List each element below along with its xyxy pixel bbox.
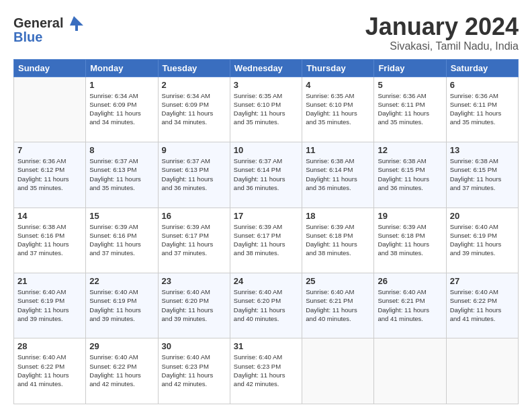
day-info: Sunrise: 6:40 AM Sunset: 6:23 PM Dayligh… (234, 353, 298, 388)
calendar-table: SundayMondayTuesdayWednesdayThursdayFrid… (13, 59, 519, 404)
logo-bird-icon (64, 13, 83, 32)
day-number: 2 (162, 80, 226, 90)
calendar-cell (446, 338, 518, 404)
day-info: Sunrise: 6:39 AM Sunset: 6:16 PM Dayligh… (89, 222, 154, 258)
day-info: Sunrise: 6:35 AM Sunset: 6:10 PM Dayligh… (306, 91, 370, 127)
week-row-4: 21Sunrise: 6:40 AM Sunset: 6:19 PM Dayli… (14, 273, 519, 338)
day-number: 25 (306, 276, 370, 286)
calendar-cell: 13Sunrise: 6:38 AM Sunset: 6:15 PM Dayli… (446, 142, 518, 208)
day-info: Sunrise: 6:40 AM Sunset: 6:19 PM Dayligh… (17, 287, 82, 323)
calendar-cell: 15Sunrise: 6:39 AM Sunset: 6:16 PM Dayli… (86, 208, 158, 273)
day-number: 27 (450, 276, 515, 286)
day-info: Sunrise: 6:40 AM Sunset: 6:21 PM Dayligh… (378, 287, 442, 323)
day-info: Sunrise: 6:34 AM Sunset: 6:09 PM Dayligh… (162, 91, 226, 127)
day-info: Sunrise: 6:39 AM Sunset: 6:18 PM Dayligh… (378, 222, 442, 258)
calendar-cell: 30Sunrise: 6:40 AM Sunset: 6:23 PM Dayli… (158, 338, 230, 404)
weekday-header-friday: Friday (374, 59, 446, 77)
week-row-1: 1Sunrise: 6:34 AM Sunset: 6:09 PM Daylig… (14, 77, 519, 142)
day-number: 24 (234, 276, 298, 286)
weekday-header-saturday: Saturday (446, 59, 518, 77)
weekday-header-row: SundayMondayTuesdayWednesdayThursdayFrid… (14, 59, 519, 77)
day-info: Sunrise: 6:37 AM Sunset: 6:14 PM Dayligh… (234, 156, 298, 192)
calendar-cell (374, 338, 446, 404)
day-info: Sunrise: 6:35 AM Sunset: 6:10 PM Dayligh… (234, 91, 298, 127)
calendar-cell: 4Sunrise: 6:35 AM Sunset: 6:10 PM Daylig… (302, 77, 374, 142)
calendar-cell: 28Sunrise: 6:40 AM Sunset: 6:22 PM Dayli… (14, 338, 86, 404)
calendar-cell: 24Sunrise: 6:40 AM Sunset: 6:20 PM Dayli… (230, 273, 302, 338)
calendar-cell: 19Sunrise: 6:39 AM Sunset: 6:18 PM Dayli… (374, 208, 446, 273)
calendar-cell: 29Sunrise: 6:40 AM Sunset: 6:22 PM Dayli… (86, 338, 158, 404)
calendar-cell: 14Sunrise: 6:38 AM Sunset: 6:16 PM Dayli… (14, 208, 86, 273)
day-info: Sunrise: 6:34 AM Sunset: 6:09 PM Dayligh… (89, 91, 154, 127)
day-number: 19 (378, 211, 442, 221)
calendar-cell: 12Sunrise: 6:38 AM Sunset: 6:15 PM Dayli… (374, 142, 446, 208)
day-info: Sunrise: 6:39 AM Sunset: 6:18 PM Dayligh… (306, 222, 370, 258)
day-info: Sunrise: 6:38 AM Sunset: 6:16 PM Dayligh… (17, 222, 82, 258)
day-info: Sunrise: 6:40 AM Sunset: 6:20 PM Dayligh… (162, 287, 226, 323)
page: General Blue January 2024 Sivakasi, Tami… (0, 0, 532, 411)
day-info: Sunrise: 6:40 AM Sunset: 6:19 PM Dayligh… (450, 222, 515, 258)
calendar-cell (14, 77, 86, 142)
day-number: 10 (234, 145, 298, 155)
day-info: Sunrise: 6:37 AM Sunset: 6:13 PM Dayligh… (89, 156, 154, 192)
day-number: 23 (162, 276, 226, 286)
calendar-cell: 31Sunrise: 6:40 AM Sunset: 6:23 PM Dayli… (230, 338, 302, 404)
day-info: Sunrise: 6:39 AM Sunset: 6:17 PM Dayligh… (234, 222, 298, 258)
day-number: 26 (378, 276, 442, 286)
calendar-cell: 10Sunrise: 6:37 AM Sunset: 6:14 PM Dayli… (230, 142, 302, 208)
day-info: Sunrise: 6:40 AM Sunset: 6:22 PM Dayligh… (450, 287, 515, 323)
calendar-cell: 20Sunrise: 6:40 AM Sunset: 6:19 PM Dayli… (446, 208, 518, 273)
calendar-cell: 23Sunrise: 6:40 AM Sunset: 6:20 PM Dayli… (158, 273, 230, 338)
day-number: 12 (378, 145, 442, 155)
day-info: Sunrise: 6:38 AM Sunset: 6:14 PM Dayligh… (306, 156, 370, 192)
calendar-cell: 5Sunrise: 6:36 AM Sunset: 6:11 PM Daylig… (374, 77, 446, 142)
calendar-subtitle: Sivakasi, Tamil Nadu, India (365, 40, 519, 52)
day-number: 17 (234, 211, 298, 221)
calendar-cell: 3Sunrise: 6:35 AM Sunset: 6:10 PM Daylig… (230, 77, 302, 142)
calendar-cell: 18Sunrise: 6:39 AM Sunset: 6:18 PM Dayli… (302, 208, 374, 273)
day-number: 30 (162, 341, 226, 351)
day-number: 18 (306, 211, 370, 221)
day-info: Sunrise: 6:40 AM Sunset: 6:21 PM Dayligh… (306, 287, 370, 323)
day-info: Sunrise: 6:40 AM Sunset: 6:20 PM Dayligh… (234, 287, 298, 323)
header: General Blue January 2024 Sivakasi, Tami… (13, 13, 519, 52)
day-info: Sunrise: 6:39 AM Sunset: 6:17 PM Dayligh… (162, 222, 226, 258)
week-row-3: 14Sunrise: 6:38 AM Sunset: 6:16 PM Dayli… (14, 208, 519, 273)
day-info: Sunrise: 6:38 AM Sunset: 6:15 PM Dayligh… (450, 156, 515, 192)
day-number: 21 (17, 276, 82, 286)
calendar-title: January 2024 (365, 13, 519, 40)
calendar-cell: 7Sunrise: 6:36 AM Sunset: 6:12 PM Daylig… (14, 142, 86, 208)
day-number: 5 (378, 80, 442, 90)
day-number: 15 (89, 211, 154, 221)
weekday-header-tuesday: Tuesday (158, 59, 230, 77)
weekday-header-sunday: Sunday (14, 59, 86, 77)
logo-blue-text: Blue (13, 30, 42, 45)
day-number: 9 (162, 145, 226, 155)
day-info: Sunrise: 6:36 AM Sunset: 6:11 PM Dayligh… (378, 91, 442, 127)
day-info: Sunrise: 6:40 AM Sunset: 6:22 PM Dayligh… (17, 353, 82, 388)
calendar-cell: 25Sunrise: 6:40 AM Sunset: 6:21 PM Dayli… (302, 273, 374, 338)
day-number: 20 (450, 211, 515, 221)
calendar-cell: 8Sunrise: 6:37 AM Sunset: 6:13 PM Daylig… (86, 142, 158, 208)
svg-marker-0 (70, 16, 83, 31)
calendar-cell: 27Sunrise: 6:40 AM Sunset: 6:22 PM Dayli… (446, 273, 518, 338)
logo-general-text: General (13, 15, 63, 31)
day-info: Sunrise: 6:40 AM Sunset: 6:23 PM Dayligh… (162, 353, 226, 388)
day-number: 13 (450, 145, 515, 155)
calendar-cell: 1Sunrise: 6:34 AM Sunset: 6:09 PM Daylig… (86, 77, 158, 142)
logo: General Blue (13, 13, 83, 45)
day-number: 31 (234, 341, 298, 351)
calendar-cell: 17Sunrise: 6:39 AM Sunset: 6:17 PM Dayli… (230, 208, 302, 273)
day-number: 28 (17, 341, 82, 351)
calendar-cell: 6Sunrise: 6:36 AM Sunset: 6:11 PM Daylig… (446, 77, 518, 142)
day-number: 16 (162, 211, 226, 221)
day-number: 1 (89, 80, 154, 90)
day-number: 14 (17, 211, 82, 221)
title-block: January 2024 Sivakasi, Tamil Nadu, India (365, 13, 519, 52)
calendar-cell: 22Sunrise: 6:40 AM Sunset: 6:19 PM Dayli… (86, 273, 158, 338)
calendar-cell (302, 338, 374, 404)
calendar-cell: 16Sunrise: 6:39 AM Sunset: 6:17 PM Dayli… (158, 208, 230, 273)
day-number: 11 (306, 145, 370, 155)
day-number: 3 (234, 80, 298, 90)
day-info: Sunrise: 6:36 AM Sunset: 6:12 PM Dayligh… (17, 156, 82, 192)
